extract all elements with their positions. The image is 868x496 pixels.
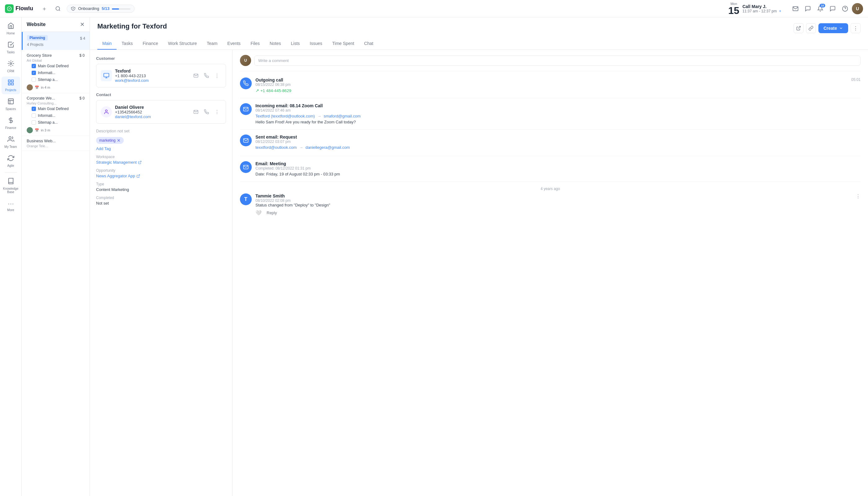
agile-icon [7,155,14,163]
tab-workstructure[interactable]: Work Structure [163,38,202,50]
email-icon-1 [240,103,252,115]
email-1-message: Hello Sam Frod! Are you ready for the Zo… [255,120,861,124]
checkbox-c2[interactable] [32,113,36,118]
link-button[interactable] [806,23,816,33]
reply-button[interactable]: Reply [264,210,279,216]
tab-main[interactable]: Main [97,38,117,50]
checkbox-2[interactable]: ✓ [32,71,36,75]
sidebar-item-spaces[interactable]: Spaces [2,95,20,113]
activity-meta: Tammie Smith 08/10/2022 02:08 pm ⋮ [255,193,861,203]
customer-phone-button[interactable] [202,71,211,80]
tag-close-button[interactable]: ✕ [117,138,121,143]
more-options-button[interactable]: ⋮ [851,23,861,33]
checkbox-c3[interactable] [32,120,36,125]
customer-section-title: Customer [96,56,226,61]
sidebar-item-agile[interactable]: Agile [2,152,20,170]
notification-button[interactable]: 10 [815,3,826,14]
app-layout: Home Tasks CRM Projects Spaces [0,0,868,496]
customer-email-button[interactable] [191,71,200,80]
sidebar-item-knowledge[interactable]: Knowledge Base [2,175,20,196]
sidebar-item-finance[interactable]: Finance [2,114,20,132]
sidebar-label-projects: Projects [5,88,16,92]
sidebar-item-more[interactable]: ⋯ More [2,198,20,214]
project-item-grocery[interactable]: Grocery Store $ 0 Art Global ✓ Main Goal… [22,50,90,93]
project-avatar [27,84,33,91]
sidebar-item-projects[interactable]: Projects [2,77,20,94]
projects-icon [7,79,14,88]
mail-button[interactable] [790,3,801,14]
type-field: Type Content Marketing [96,182,226,192]
opportunity-value[interactable]: News Aggregator App [96,174,226,178]
sidebar-item-tasks[interactable]: Tasks [2,39,20,57]
sidebar-label-tasks: Tasks [7,50,15,54]
tab-chat[interactable]: Chat [359,38,378,50]
tab-timespent[interactable]: Time Spent [327,38,359,50]
svg-point-3 [10,63,12,64]
contact-more-button[interactable]: ⋮ [213,108,221,116]
call-body: Outgoing call 08/15/2022 06:38 pm ↗ +1 4… [255,78,848,93]
checkbox-1[interactable]: ✓ [32,64,36,68]
sidebar-item-crm[interactable]: CRM [2,58,20,75]
project-item-business[interactable]: Business Web... Orange Tele... [22,136,90,151]
email-1-from: Textford (texxtford@outlook.com) → smafo… [255,114,861,119]
email-1-date: 08/14/2022 07:46 am [255,108,861,112]
email-icon-3 [240,161,252,173]
sidebar-item-myteam[interactable]: My Team [2,133,20,151]
workspace-value[interactable]: Strategic Management [96,160,226,165]
tab-lists[interactable]: Lists [286,38,305,50]
heart-reaction-button[interactable]: 🤍 [255,210,262,216]
opportunity-label: Opportunity [96,168,226,173]
project-item-corporate[interactable]: Corporate We... $ 0 Hurley Consulting...… [22,93,90,136]
create-button[interactable]: Create [818,23,848,33]
user-date: 08/10/2022 02:08 pm [255,198,291,203]
add-button[interactable]: ＋ [40,4,49,14]
tab-team[interactable]: Team [202,38,222,50]
detail-body: Customer Texford +1 800-443-2213 work@te… [90,50,868,496]
search-button[interactable] [53,4,63,14]
topbar-icons: 10 U [790,3,863,14]
finance-icon [7,117,14,125]
user-avatar[interactable]: U [852,3,863,14]
tab-finance[interactable]: Finance [138,38,163,50]
activity-more-button[interactable]: ⋮ [856,193,861,199]
panel-title: Website [27,22,46,27]
logo: Flowlu [5,4,33,13]
email-2-date: 08/12/2022 03:07 pm [255,140,861,144]
comment-button[interactable] [802,3,813,14]
svg-rect-6 [11,83,13,85]
add-tag-button[interactable]: Add Tag [96,146,111,151]
checkbox-c1[interactable]: ✓ [32,107,36,111]
tab-events[interactable]: Events [222,38,246,50]
svg-rect-5 [11,80,13,82]
tab-notes[interactable]: Notes [265,38,286,50]
tab-tasks[interactable]: Tasks [117,38,138,50]
project-name-corporate: Corporate We... [27,96,55,100]
chat-button[interactable] [827,3,838,14]
contact-phone-button[interactable] [202,108,211,116]
email-2-body: Sent email: Request 08/12/2022 03:07 pm … [255,135,861,151]
comment-input[interactable]: Write a comment [254,56,861,66]
checkbox-3[interactable] [32,78,36,82]
svg-rect-4 [8,80,10,82]
sidebar-item-home[interactable]: Home [2,20,20,37]
onboarding-pill[interactable]: Onboarding 5/13 [67,5,135,13]
project-amount-corporate: $ 0 [79,96,84,100]
customer-more-button[interactable]: ⋮ [213,71,221,80]
tab-files[interactable]: Files [246,38,265,50]
email-2-from: texxtford@outlook.com → daniellegera@gma… [255,145,861,150]
user-avatar-t: T [240,193,252,205]
phone-icon [240,78,252,89]
panel-close-button[interactable]: ✕ [80,21,84,28]
contact-email-button[interactable] [191,108,200,116]
contact-section-title: Contact [96,92,226,97]
email-3-date: Completed: 08/12/2022 01:31 pm [255,166,861,170]
project-panel: Website ✕ Planning $ 4 4 Projects Grocer… [22,17,90,496]
tab-issues[interactable]: Issues [305,38,327,50]
detail-title-text: Marketing for Texford [97,22,167,30]
tags-section: marketing ✕ Add Tag [96,137,226,151]
help-button[interactable] [839,3,851,14]
svg-rect-8 [8,99,13,104]
calendar-event[interactable]: Call Mary J. 11:37 am - 12:37 pm + [742,4,781,13]
call-duration: 05:01 [851,78,861,93]
external-link-button[interactable] [794,23,804,33]
